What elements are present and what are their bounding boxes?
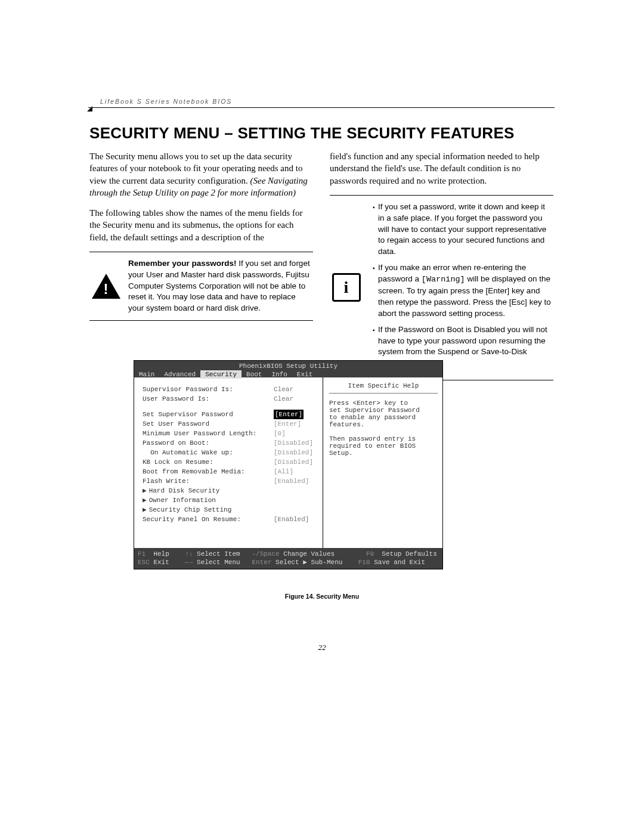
- bios-row: ▶Security Chip Setting: [143, 505, 317, 515]
- intro-para-2: The following tables show the names of t…: [89, 207, 313, 243]
- bios-row: Flash Write:[Enabled]: [143, 476, 317, 486]
- bios-row-value: [Enter]: [274, 419, 301, 429]
- bios-row-value: [All]: [274, 467, 293, 476]
- bios-row-value: [Enabled]: [274, 476, 309, 486]
- f-f10: F10 Save and Exit: [358, 558, 425, 566]
- running-head: LifeBook S Series Notebook BIOS: [100, 98, 232, 105]
- bios-help-l2: set Supervisor Password: [329, 407, 438, 414]
- bios-footer: F1 Help ↑↓ Select Item -/Space Change Va…: [134, 548, 442, 569]
- warning-bold: Remember your passwords!: [128, 259, 237, 268]
- info-icon: i: [330, 202, 363, 374]
- bios-row: ▶Owner Information: [143, 496, 317, 505]
- bios-row-value: Clear: [274, 394, 293, 404]
- bios-help-l6: Then password entry is: [329, 435, 438, 442]
- bios-row-label: Set User Password: [143, 419, 274, 429]
- info-b2-code: [Warning]: [422, 275, 465, 284]
- intro-para-cont: field's function and any special informa…: [330, 150, 553, 187]
- bios-row-label: ▶Owner Information: [143, 496, 274, 505]
- intro-para-1: The Security menu allows you to set up t…: [89, 150, 313, 199]
- bios-row-value: [Disabled]: [274, 438, 313, 448]
- bios-row-value: [Enter]: [274, 410, 304, 419]
- bios-title: PhoenixBIOS Setup Utility: [134, 361, 442, 370]
- warning-icon: [89, 258, 122, 314]
- bios-help-l4: features.: [329, 421, 438, 428]
- bios-row: On Automatic Wake up:[Disabled]: [143, 448, 317, 457]
- info-list: If you set a password, write it down and…: [369, 202, 553, 369]
- header-rule: [88, 107, 555, 108]
- bios-help-l5: [329, 428, 438, 435]
- bios-help-l1: Press <Enter> key to: [329, 400, 438, 407]
- bios-row-value: [Enabled]: [274, 515, 309, 524]
- bios-row-value: [Disabled]: [274, 448, 313, 457]
- bios-help-l8: Setup.: [329, 450, 438, 457]
- bios-row-value: [0]: [274, 429, 286, 438]
- bios-row-label: KB Lock on Resume:: [143, 457, 274, 467]
- bios-row: Supervisor Password Is:Clear: [143, 385, 317, 394]
- bios-help-l7: required to enter BIOS: [329, 442, 438, 450]
- page-title: SECURITY MENU – SETTING THE SECURITY FEA…: [89, 124, 515, 143]
- f-esc: ESC Exit: [138, 558, 185, 566]
- info-callout: i If you set a password, write it down a…: [330, 195, 553, 380]
- bios-row: Set User Password[Enter]: [143, 419, 317, 429]
- bios-help-panel: Item Specific Help Press <Enter> key to …: [323, 377, 442, 548]
- page-number: 22: [0, 643, 644, 652]
- bios-row-label: ▶Security Chip Setting: [143, 505, 274, 515]
- warning-text: Remember your passwords! If you set and …: [128, 258, 313, 314]
- info-bullet-2: If you make an error when re-entering th…: [378, 262, 553, 319]
- bios-row-label: ▶Hard Disk Security: [143, 486, 274, 496]
- bios-row-label: Security Panel On Resume:: [143, 515, 274, 524]
- bios-row: Set Supervisor Password[Enter]: [143, 410, 317, 419]
- bios-row-value: Clear: [274, 385, 293, 394]
- bios-screenshot: PhoenixBIOS Setup Utility MainAdvancedSe…: [134, 360, 443, 569]
- bios-row: KB Lock on Resume:[Disabled]: [143, 457, 317, 467]
- bios-row-label: Minimum User Password Length:: [143, 429, 274, 438]
- f-f9: F9 Setup Defaults: [366, 550, 437, 558]
- warning-callout: Remember your passwords! If you set and …: [89, 252, 313, 321]
- bios-row-value: [Disabled]: [274, 457, 313, 467]
- f-select-menu: ←→ Select Menu: [185, 558, 252, 566]
- info-bullet-1: If you set a password, write it down and…: [378, 202, 553, 258]
- bios-row: ▶Hard Disk Security: [143, 486, 317, 496]
- bios-row: Boot from Removable Media:[All]: [143, 467, 317, 476]
- bios-row-label: Password on Boot:: [143, 438, 274, 448]
- f-select-item: ↑↓ Select Item: [185, 550, 252, 558]
- bios-row-label: Flash Write:: [143, 476, 274, 486]
- bios-titlebar: PhoenixBIOS Setup Utility MainAdvancedSe…: [134, 361, 442, 377]
- bios-row-label: Set Supervisor Password: [143, 410, 274, 419]
- bios-row-label: Boot from Removable Media:: [143, 467, 274, 476]
- bios-help-header: Item Specific Help: [329, 382, 438, 394]
- bios-row-label: Supervisor Password Is:: [143, 385, 274, 394]
- bios-row: User Password Is:Clear: [143, 394, 317, 404]
- bios-row-label: User Password Is:: [143, 394, 274, 404]
- bios-help-l3: to enable any password: [329, 414, 438, 421]
- f-f1: F1 Help: [138, 550, 185, 558]
- figure-caption: Figure 14. Security Menu: [0, 593, 644, 600]
- bios-row: Password on Boot:[Disabled]: [143, 438, 317, 448]
- bios-row: Minimum User Password Length:[0]: [143, 429, 317, 438]
- bios-row-label: On Automatic Wake up:: [143, 448, 274, 457]
- bios-row: Security Panel On Resume:[Enabled]: [143, 515, 317, 524]
- f-enter: Enter Select ▶ Sub-Menu: [252, 558, 358, 566]
- f-change: -/Space Change Values: [252, 550, 366, 558]
- bios-main-panel: Supervisor Password Is:ClearUser Passwor…: [134, 377, 323, 548]
